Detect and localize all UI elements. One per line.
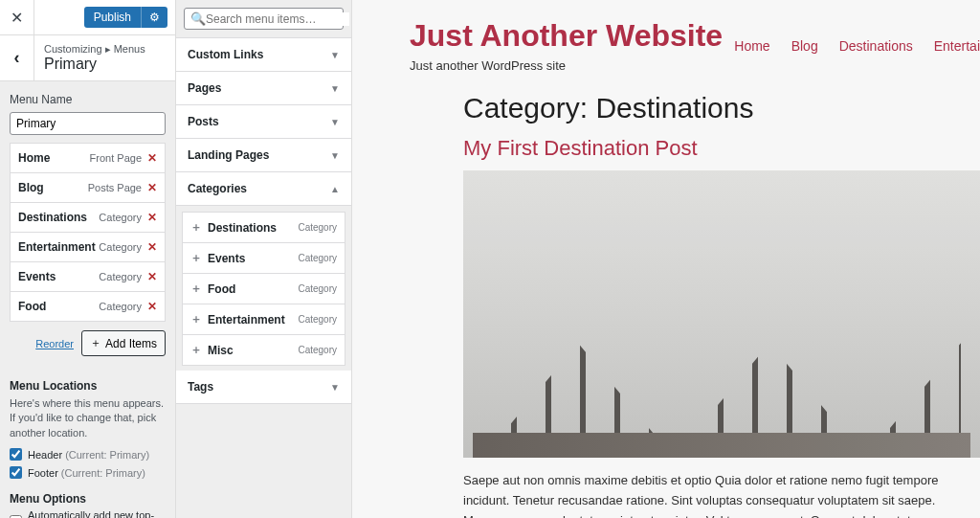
search-input[interactable]: [206, 12, 349, 26]
archive-title: Category: Destinations: [463, 92, 980, 124]
add-icon: ＋: [190, 311, 202, 327]
gear-icon: ⚙: [149, 11, 160, 24]
menu-name-input[interactable]: [10, 112, 166, 135]
menu-item[interactable]: DestinationsCategory✕: [10, 202, 166, 233]
nav-link[interactable]: Entertai: [934, 38, 980, 54]
menu-item[interactable]: BlogPosts Page✕: [10, 172, 166, 203]
nav-link[interactable]: Destinations: [839, 38, 913, 54]
location-checkbox[interactable]: [10, 448, 22, 461]
accordion-section[interactable]: Tags▼: [176, 371, 351, 404]
menu-item-name: Blog: [18, 181, 44, 194]
publish-settings-button[interactable]: ⚙: [141, 7, 167, 28]
remove-item-button[interactable]: ✕: [147, 181, 157, 194]
remove-item-button[interactable]: ✕: [147, 240, 157, 254]
menu-item[interactable]: HomeFront Page✕: [10, 143, 166, 173]
menu-items-list: HomeFront Page✕BlogPosts Page✕Destinatio…: [10, 143, 166, 322]
accordion-section[interactable]: Posts▼: [176, 105, 351, 139]
customizer-panel: ✕ Publish ⚙ ‹ Customizing ▸ Menus Primar…: [0, 0, 176, 518]
location-checkbox-row[interactable]: Header (Current: Primary): [10, 448, 166, 461]
add-icon: ＋: [190, 250, 202, 266]
menu-item-name: Events: [18, 270, 56, 283]
location-checkbox-row[interactable]: Footer (Current: Primary): [10, 466, 166, 479]
menu-item-name: Destinations: [18, 211, 87, 224]
menu-item[interactable]: EntertainmentCategory✕: [10, 232, 166, 262]
add-icon: ＋: [190, 342, 202, 358]
remove-item-button[interactable]: ✕: [147, 151, 157, 165]
chevron-down-icon: ▼: [330, 382, 340, 393]
back-button[interactable]: ‹: [0, 35, 34, 80]
site-title[interactable]: Just Another Website: [410, 19, 723, 53]
add-icon: ＋: [190, 281, 202, 297]
nav-link[interactable]: Home: [734, 38, 769, 54]
menu-item-type: Category: [99, 212, 142, 223]
menu-item-type: Category: [99, 271, 142, 282]
breadcrumb: Customizing ▸ Menus: [44, 43, 145, 56]
location-checkbox[interactable]: [10, 466, 22, 479]
plus-icon: ＋: [90, 335, 101, 351]
featured-image[interactable]: [463, 170, 980, 458]
remove-item-button[interactable]: ✕: [147, 300, 157, 313]
publish-button[interactable]: Publish: [84, 7, 141, 28]
chevron-down-icon: ▼: [330, 117, 340, 127]
primary-nav: HomeBlogDestinationsEntertai: [734, 38, 980, 54]
site-tagline: Just another WordPress site: [410, 58, 723, 73]
chevron-down-icon: ▼: [330, 83, 340, 94]
add-icon: ＋: [190, 219, 202, 236]
site-preview: Just Another Website Just another WordPr…: [352, 0, 980, 518]
menu-locations-help: Here's where this menu appears. If you'd…: [10, 396, 166, 440]
menu-item-name: Food: [18, 300, 46, 313]
post-excerpt: Saepe aut non omnis maxime debitis et op…: [463, 471, 980, 518]
panel-header: ✕ Publish ⚙: [0, 0, 175, 35]
menu-item-type: Front Page: [90, 152, 142, 164]
menu-options-heading: Menu Options: [10, 492, 166, 506]
add-items-button[interactable]: ＋Add Items: [81, 330, 166, 356]
available-item[interactable]: ＋EntertainmentCategory: [182, 304, 345, 335]
post-title[interactable]: My First Destination Post: [463, 136, 980, 161]
accordion-section[interactable]: Landing Pages▼: [176, 139, 351, 172]
chevron-down-icon: ▼: [330, 150, 340, 161]
menu-item-name: Home: [18, 151, 50, 165]
remove-item-button[interactable]: ✕: [147, 211, 157, 224]
chevron-down-icon: ▼: [330, 50, 340, 60]
available-item[interactable]: ＋DestinationsCategory: [182, 212, 345, 243]
remove-item-button[interactable]: ✕: [147, 270, 157, 283]
menu-locations-heading: Menu Locations: [10, 379, 166, 393]
menu-item[interactable]: FoodCategory✕: [10, 291, 166, 322]
chevron-up-icon: ▲: [330, 184, 340, 194]
menu-item-type: Category: [99, 301, 142, 312]
available-item[interactable]: ＋MiscCategory: [182, 334, 345, 366]
available-item[interactable]: ＋FoodCategory: [182, 273, 345, 304]
close-button[interactable]: ✕: [0, 0, 34, 34]
search-field-wrap[interactable]: 🔍: [184, 8, 344, 30]
panel-title: Primary: [44, 56, 145, 73]
section-header: ‹ Customizing ▸ Menus Primary: [0, 35, 175, 81]
available-item[interactable]: ＋EventsCategory: [182, 242, 345, 274]
menu-item-name: Entertainment: [18, 240, 96, 254]
menu-item-type: Posts Page: [88, 182, 142, 193]
menu-item[interactable]: EventsCategory✕: [10, 261, 166, 292]
accordion-section[interactable]: Custom Links▼: [176, 38, 351, 72]
accordion-section[interactable]: Categories▲: [176, 172, 351, 206]
search-icon: 🔍: [190, 11, 206, 26]
accordion-section[interactable]: Pages▼: [176, 72, 351, 105]
menu-name-label: Menu Name: [10, 93, 166, 106]
menu-item-type: Category: [99, 241, 142, 253]
reorder-link[interactable]: Reorder: [35, 338, 74, 349]
nav-link[interactable]: Blog: [791, 38, 818, 54]
auto-add-checkbox-row[interactable]: Automatically add new top-level pages to…: [10, 509, 166, 518]
available-items-panel: 🔍 Custom Links▼Pages▼Posts▼Landing Pages…: [176, 0, 352, 518]
